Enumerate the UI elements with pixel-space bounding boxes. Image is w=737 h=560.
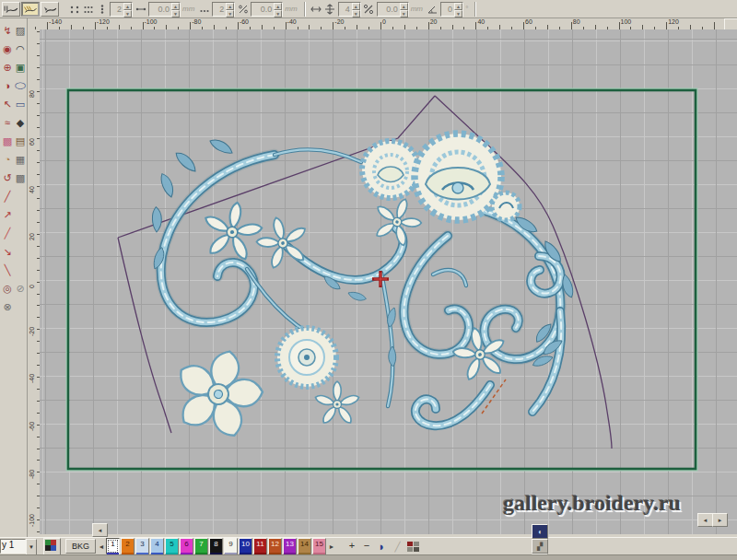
mm-label-1: mm [182,5,194,13]
line-stitch-tool-2[interactable]: ↗ [1,206,14,223]
measure-icon-disabled: ╱ [391,540,404,554]
percent-icon[interactable] [363,3,375,16]
offset-spinner[interactable]: ▲▼ [400,3,408,16]
ellipse-tool[interactable]: ◯ [14,80,27,90]
repeat-spinner[interactable]: ▲▼ [123,3,132,16]
curve-stitch-icon [41,4,58,15]
color-swatch-12[interactable]: 12 [268,538,282,554]
app-icon-navigator[interactable]: ◖ [532,524,548,539]
offset-field[interactable]: 0.0 ▲▼ [377,2,409,17]
h-ruler-label: 60 [525,18,532,25]
color-swatch-5[interactable]: 5 [165,538,179,554]
design-canvas[interactable] [40,29,737,534]
pen-stitch-tool[interactable]: ╲ [1,262,14,278]
zoom-in-button[interactable]: + [345,539,358,554]
freehand-tool[interactable]: ↖ [1,96,14,112]
design-workspace[interactable]: gallery.broidery.ru ◂ ◂ ▸ [40,29,737,534]
angle-field[interactable]: 0 ▲▼ [440,2,463,17]
angle-spinner[interactable]: ▲▼ [454,3,462,16]
left-toolbar-row: ╱ [0,225,27,243]
repeat-count-field[interactable]: 2 ▲▼ [110,2,133,17]
circle-outline-tool[interactable]: ◎ [1,280,14,297]
density-icon[interactable] [237,3,249,16]
move-horizontal-icon[interactable] [310,3,322,16]
palette-grid-icon[interactable] [43,538,61,555]
back-curve-tool[interactable]: ↺ [1,169,14,186]
zoom-out-button[interactable]: − [360,539,373,554]
pattern-fill-tool[interactable]: ▩ [14,169,27,186]
swatch-number: 12 [271,539,279,549]
background-color-button[interactable]: BKG [65,539,96,554]
color-swatch-3[interactable]: 3 [135,538,149,554]
leaf-object-tool[interactable]: ◆ [14,114,27,131]
palette-next-icon[interactable]: ► [328,543,335,550]
offset-value: 0.0 [378,5,400,14]
color-swatch-2[interactable]: 2 [121,538,135,554]
order-field[interactable]: 2 ▲▼ [212,2,235,17]
pan-hand-icon[interactable]: ◗ [375,540,389,554]
left-toolbar-row: ⊕▣ [0,59,27,77]
line-stitch-tool-4[interactable]: ↘ [1,243,14,260]
hatch-fill-tool[interactable]: ▨ [14,22,27,39]
mm-label-2: mm [285,5,297,13]
color-swatch-1[interactable]: 1 [106,538,120,554]
run-stitch-icon [3,4,19,15]
width-field[interactable]: 0.0 ▲▼ [251,2,283,17]
column-dots-icon[interactable] [96,3,108,16]
wave-stitch-tool[interactable]: ≈ [1,114,14,131]
density-spinner[interactable]: ▲▼ [352,3,360,16]
node-edit-tool[interactable]: ◉ [1,41,14,57]
v-ruler-label: -40 [29,374,35,383]
order-spinner[interactable]: ▲▼ [226,3,234,16]
endpoints-icon[interactable] [68,3,80,16]
layer-combobox-dropdown-icon[interactable]: ▼ [26,539,37,555]
color-swatch-7[interactable]: 7 [194,538,208,554]
figures-tool[interactable]: ▤ [14,133,27,149]
grab-tool[interactable]: ◔ [1,151,14,168]
color-swatch-10[interactable]: 10 [239,538,252,554]
color-swatch-8[interactable]: 8 [209,538,223,554]
photo-tool[interactable]: ▦ [14,151,27,168]
line-stitch-tool-3[interactable]: ╱ [1,225,14,241]
color-swatch-15[interactable]: 15 [312,538,326,554]
width-spinner[interactable]: ▲▼ [274,3,282,16]
palette-prev-icon[interactable]: ◄ [98,543,105,550]
repeat-count-value: 2 [111,5,123,14]
target-stitch-tool[interactable]: ⊗ [1,298,14,315]
v-ruler-label: 0 [29,285,35,288]
left-toolbar-row: ≈◆ [0,114,27,133]
color-swatch-13[interactable]: 13 [283,538,297,554]
color-swatch-14[interactable]: 14 [298,538,311,554]
more-options-icon[interactable] [198,3,210,16]
insert-image-tool[interactable]: ▣ [14,59,27,76]
color-swatch-11[interactable]: 11 [253,538,267,554]
curve-stitch-button[interactable] [41,2,59,17]
mannequin-tool[interactable]: ▩ [1,133,14,149]
stitch-length-spinner[interactable]: ▲▼ [171,3,180,16]
windows-layout-icon[interactable] [406,540,420,554]
run-stitch-button[interactable] [2,2,20,17]
stitch-select-tool[interactable]: ↯ [1,22,14,39]
layer-combobox[interactable]: y 1 ▼ [0,539,37,554]
midpoints-icon[interactable] [82,3,94,16]
line-stitch-tool-1[interactable]: ╱ [1,188,14,204]
app-icon-manager[interactable]: ▞ [532,539,548,554]
magic-fill-tool[interactable]: ⊕ [1,59,14,76]
color-swatch-4[interactable]: 4 [150,538,164,554]
corner-scroll-right-button[interactable]: ▸ [712,513,728,527]
density-field[interactable]: 4 ▲▼ [338,2,361,17]
split-stitch-tool[interactable]: ◑ [1,77,14,94]
circle-disabled-tool[interactable]: ⊘ [14,280,27,297]
corner-scroll-left-button[interactable]: ◂ [697,513,713,527]
scroll-left-button[interactable]: ◂ [92,523,108,537]
color-swatch-6[interactable]: 6 [180,538,193,554]
rectangle-tool[interactable]: ▭ [14,96,27,112]
stitch-length-field[interactable]: 0.0 ▲▼ [148,2,181,17]
stitch-length-icon[interactable] [135,3,146,16]
color-palette: 123456789101112131415 [106,538,327,554]
satin-stitch-button[interactable] [21,2,40,17]
move-vertical-icon[interactable] [324,3,336,16]
angle-icon[interactable] [427,3,439,16]
arc-tool[interactable]: ◠ [14,41,27,57]
color-swatch-9[interactable]: 9 [224,538,238,554]
